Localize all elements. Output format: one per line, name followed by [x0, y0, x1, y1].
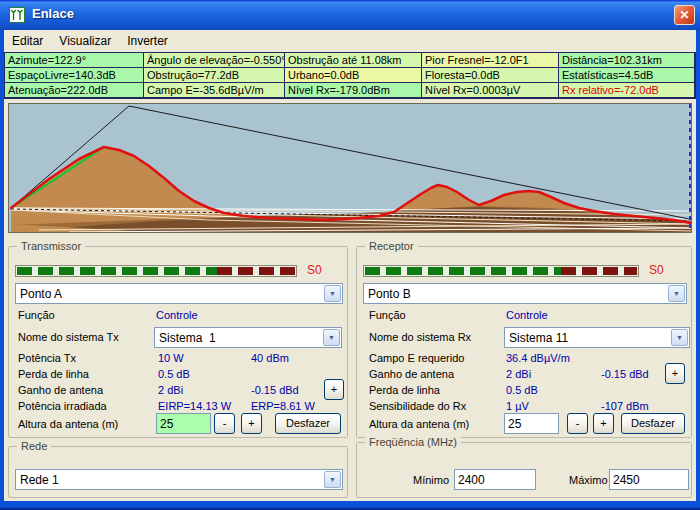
tx-erp-value: ERP=8.61 W	[251, 400, 315, 412]
rx-lineloss-value: 0.5 dB	[506, 384, 538, 396]
rx-sensitivity-dbm: -107 dBm	[601, 400, 649, 412]
rx-antgain-plus-button[interactable]: +	[665, 363, 685, 384]
close-button[interactable]: ✕	[674, 5, 695, 25]
rx-role-value: Controle	[506, 309, 548, 321]
tx-site-value: Ponto A	[20, 287, 62, 301]
rx-antgain-label: Ganho de antena	[369, 368, 454, 380]
tx-system-value: Sistema 1	[159, 331, 216, 345]
tx-site-combo-arrow-icon[interactable]: ▼	[324, 285, 341, 302]
menu-item-editar[interactable]: Editar	[4, 31, 51, 48]
transmitter-group: Transmissor S0 Ponto A ▼ Função Controle…	[8, 246, 348, 438]
status-cell: Estatísticas=4.5dB	[559, 68, 695, 83]
tx-undo-button[interactable]: Desfazer	[275, 413, 341, 434]
window-title: Enlace	[32, 6, 74, 21]
tx-antheight-plus-button[interactable]: +	[241, 413, 262, 434]
window-border-right	[696, 30, 700, 510]
status-cell: Campo E=-35.6dBµV/m	[144, 83, 285, 98]
status-cell: Ângulo de elevação=-0.550°	[144, 53, 285, 68]
terrain-profile-chart	[8, 103, 692, 233]
rx-antheight-plus-button[interactable]: +	[593, 413, 614, 434]
receiver-group: Receptor S0 Ponto B ▼ Função Controle No…	[356, 246, 692, 438]
tx-system-label: Nome do sistema Tx	[18, 331, 119, 343]
tx-eirp-value: EIRP=14.13 W	[158, 400, 231, 412]
status-cell: Nível Rx=0.0003µV	[422, 83, 559, 98]
status-cell: Atenuação=222.0dB	[5, 83, 144, 98]
rx-system-value: Sistema 11	[509, 331, 568, 345]
link-status-grid: Azimute=122.9°Ângulo de elevação=-0.550°…	[4, 52, 696, 99]
menu-item-inverter[interactable]: Inverter	[119, 31, 176, 48]
tx-system-combo-arrow-icon[interactable]: ▼	[323, 329, 340, 346]
tx-antgain-plus-button[interactable]: +	[324, 379, 344, 400]
tx-antgain-label: Ganho de antena	[18, 384, 103, 396]
rx-site-value: Ponto B	[368, 287, 411, 301]
tx-site-combo[interactable]: Ponto A ▼	[15, 283, 343, 304]
status-cell: Rx relativo=-72.0dB	[559, 83, 695, 98]
tx-system-combo[interactable]: Sistema 1 ▼	[154, 327, 342, 348]
rx-signal-green	[365, 267, 561, 275]
terrain-profile-svg	[9, 104, 691, 232]
tx-antheight-input[interactable]	[156, 413, 211, 434]
tx-signal-unit: S0	[307, 263, 322, 277]
frequency-group-title: Freqüência (MHz)	[365, 436, 461, 448]
rx-signal-red	[561, 267, 637, 275]
tx-role-label: Função	[18, 309, 55, 321]
tx-signal-green	[17, 267, 217, 275]
rx-system-label: Nome do sistema Rx	[369, 331, 471, 343]
rx-undo-button[interactable]: Desfazer	[621, 413, 685, 434]
receiver-group-title: Receptor	[365, 240, 418, 252]
transmitter-group-title: Transmissor	[17, 240, 85, 252]
antenna-icon	[11, 10, 23, 20]
network-value: Rede 1	[20, 473, 59, 487]
frequency-max-label: Máximo	[569, 474, 608, 486]
tx-power-dbm: 40 dBm	[251, 352, 289, 364]
status-cell: EspaçoLivre=140.3dB	[5, 68, 144, 83]
rx-antheight-input[interactable]	[504, 413, 559, 434]
status-cell: Distância=102.31km	[559, 53, 695, 68]
rx-site-combo-arrow-icon[interactable]: ▼	[668, 285, 685, 302]
tx-antgain-dbi: 2 dBi	[158, 384, 183, 396]
window-icon	[9, 7, 25, 23]
window-border-left	[0, 30, 4, 510]
frequency-min-input[interactable]	[454, 469, 536, 490]
rx-lineloss-label: Perda de linha	[369, 384, 440, 396]
rx-antgain-dbd: -0.15 dBd	[601, 368, 649, 380]
tx-antgain-dbd: -0.15 dBd	[251, 384, 299, 396]
rx-signal-meter	[363, 265, 639, 277]
enlace-window: Enlace ✕ EditarVisualizarInverter Azimut…	[0, 0, 700, 510]
network-group: Rede Rede 1 ▼	[8, 446, 348, 498]
title-bar[interactable]: Enlace ✕	[0, 0, 700, 30]
frequency-group: Freqüência (MHz) Mínimo Máximo	[356, 442, 692, 498]
window-border-bottom	[0, 501, 700, 510]
rx-efield-label: Campo E requerido	[369, 352, 464, 364]
rx-sensitivity-uv: 1 µV	[506, 400, 529, 412]
status-cell: Nível Rx=-179.0dBm	[285, 83, 422, 98]
rx-antgain-dbi: 2 dBi	[506, 368, 531, 380]
rx-signal-unit: S0	[649, 263, 664, 277]
network-group-title: Rede	[17, 440, 51, 452]
status-cell: Obstrução até 11.08km	[285, 53, 422, 68]
menu-bar: EditarVisualizarInverter	[4, 31, 696, 53]
network-combo[interactable]: Rede 1 ▼	[15, 469, 343, 490]
status-cell: Azimute=122.9°	[5, 53, 144, 68]
tx-lineloss-label: Perda de linha	[18, 368, 89, 380]
menu-item-visualizar[interactable]: Visualizar	[51, 31, 119, 48]
rx-site-combo[interactable]: Ponto B ▼	[363, 283, 687, 304]
tx-signal-meter	[15, 265, 297, 277]
network-combo-arrow-icon[interactable]: ▼	[324, 471, 341, 488]
frequency-max-input[interactable]	[609, 469, 689, 490]
rx-antheight-label: Altura da antena (m)	[369, 418, 469, 430]
tx-power-label: Potência Tx	[18, 352, 76, 364]
frequency-min-label: Mínimo	[413, 474, 449, 486]
rx-antheight-minus-button[interactable]: -	[567, 413, 588, 434]
tx-signal-red	[217, 267, 295, 275]
tx-antheight-label: Altura da antena (m)	[18, 418, 118, 430]
tx-radiated-label: Potência irradiada	[18, 400, 107, 412]
rx-sensitivity-label: Sensibilidade do Rx	[369, 400, 466, 412]
status-cell: Obstrução=77.2dB	[144, 68, 285, 83]
rx-system-combo-arrow-icon[interactable]: ▼	[671, 329, 688, 346]
status-cell: Pior Fresnel=-12.0F1	[422, 53, 559, 68]
rx-system-combo[interactable]: Sistema 11 ▼	[504, 327, 690, 348]
tx-antheight-minus-button[interactable]: -	[214, 413, 235, 434]
tx-lineloss-value: 0.5 dB	[158, 368, 190, 380]
tx-power-watts: 10 W	[158, 352, 184, 364]
